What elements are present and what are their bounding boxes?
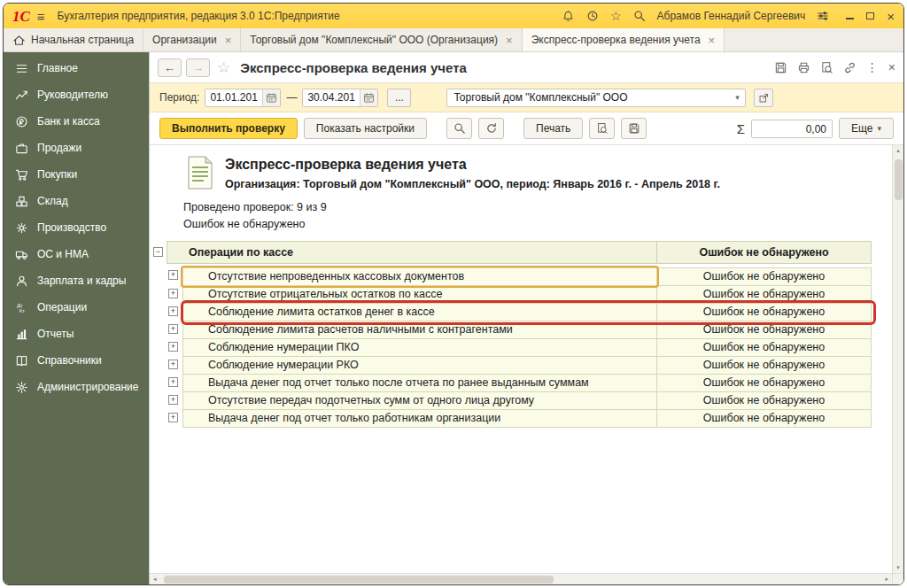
sidebar-item[interactable]: Банк и касса — [4, 108, 149, 135]
notifications-bell-icon[interactable] — [562, 10, 575, 22]
collapse-icon[interactable]: − — [153, 247, 163, 257]
tab-close-icon[interactable]: × — [709, 34, 716, 47]
tab[interactable]: Начальная страница — [4, 28, 143, 51]
table-row[interactable]: +Выдача денег под отчет только после отч… — [151, 375, 892, 392]
tab-close-icon[interactable]: × — [225, 34, 232, 47]
check-name[interactable]: Соблюдение лимита остатков денег в кассе — [182, 304, 657, 321]
action-toolbar: Выполнить проверку Показать настройки Пе… — [150, 112, 903, 145]
sidebar-item[interactable]: Главное — [4, 55, 149, 81]
sidebar-item[interactable]: Покупки — [4, 161, 149, 188]
check-name[interactable]: Отсутствие непроведенных кассовых докуме… — [182, 267, 657, 286]
table-row[interactable]: +Выдача денег под отчет только работника… — [151, 410, 892, 428]
table-row[interactable]: +Соблюдение нумерации ПКООшибок не обнар… — [151, 339, 892, 357]
calendar-icon[interactable] — [262, 89, 280, 106]
table-row[interactable]: +Отсутствие отрицательных остатков по ка… — [151, 286, 892, 304]
expand-icon[interactable]: + — [168, 413, 178, 422]
sidebar-item[interactable]: ДтКтОперации — [4, 294, 149, 321]
form-close-icon[interactable]: × — [888, 61, 895, 74]
check-name[interactable]: Соблюдение нумерации РКО — [182, 357, 657, 375]
print-button[interactable]: Печать — [523, 118, 583, 139]
table-row[interactable]: +Отсутствие передач подотчетных сумм от … — [151, 392, 892, 410]
table-row[interactable]: +Отсутствие непроведенных кассовых докум… — [151, 267, 892, 286]
date-to-input[interactable] — [303, 89, 360, 106]
table-row[interactable]: +Соблюдение лимита расчетов наличными с … — [151, 321, 892, 339]
check-name[interactable]: Выдача денег под отчет только работникам… — [182, 410, 657, 428]
horizontal-scrollbar-thumb[interactable] — [164, 576, 554, 584]
scroll-up-icon[interactable]: ▴ — [893, 147, 903, 154]
favorite-toggle-star-icon[interactable]: ☆ — [217, 60, 230, 75]
find-button[interactable] — [446, 118, 472, 139]
get-link-icon[interactable] — [843, 61, 857, 74]
sidebar-item[interactable]: Справочники — [4, 347, 149, 374]
bank-icon — [14, 115, 29, 128]
expand-icon[interactable]: + — [168, 324, 178, 334]
vertical-scrollbar[interactable]: ▴ ▾ — [892, 145, 903, 573]
print-icon[interactable] — [797, 61, 810, 74]
tab-label: Экспресс-проверка ведения учета — [531, 34, 701, 46]
service-menu-icon[interactable] — [817, 10, 829, 22]
expand-icon[interactable]: + — [168, 270, 178, 280]
check-name[interactable]: Выдача денег под отчет только после отче… — [182, 375, 657, 392]
organization-open-icon[interactable] — [754, 89, 773, 107]
organization-combo[interactable]: Торговый дом "Комплексный" ООО ▾ — [446, 89, 746, 107]
back-button[interactable]: ← — [158, 58, 182, 77]
sidebar-item[interactable]: Склад — [4, 188, 149, 214]
period-options-button[interactable]: ... — [387, 89, 411, 107]
check-name[interactable]: Соблюдение нумерации ПКО — [182, 339, 657, 357]
run-check-button[interactable]: Выполнить проверку — [159, 118, 298, 139]
check-name[interactable]: Соблюдение лимита расчетов наличными с к… — [182, 321, 657, 339]
table-row[interactable]: +Соблюдение нумерации РКООшибок не обнар… — [151, 357, 892, 375]
history-icon[interactable] — [586, 10, 599, 22]
current-user[interactable]: Абрамов Геннадий Сергеевич — [657, 10, 806, 22]
sidebar-item[interactable]: ОС и НМА — [4, 241, 149, 267]
table-row[interactable]: +Соблюдение лимита остатков денег в касс… — [151, 304, 892, 321]
tab-close-icon[interactable]: × — [506, 34, 513, 47]
book-icon — [14, 354, 29, 368]
sidebar-item[interactable]: Производство — [4, 214, 149, 241]
report-area: Экспресс-проверка ведения учета Организа… — [150, 145, 903, 584]
show-settings-button[interactable]: Показать настройки — [304, 118, 427, 139]
sidebar-item[interactable]: Руководителю — [4, 81, 149, 108]
check-name[interactable]: Отсутствие передач подотчетных сумм от о… — [182, 392, 657, 410]
calendar-icon[interactable] — [360, 89, 377, 106]
tab[interactable]: Торговый дом "Комплексный" ООО (Организа… — [241, 28, 522, 51]
sidebar-item[interactable]: Продажи — [4, 135, 149, 161]
main-menu-icon[interactable]: ≡ — [37, 9, 45, 24]
check-name[interactable]: Отсутствие отрицательных остатков по кас… — [182, 286, 657, 304]
print-preview-button[interactable] — [589, 118, 615, 139]
date-from-input[interactable] — [205, 89, 262, 106]
cart-icon — [14, 168, 29, 182]
maximize-button[interactable] — [866, 12, 874, 19]
save-report-button[interactable] — [621, 118, 647, 139]
preview-icon[interactable] — [820, 61, 833, 74]
sidebar-item[interactable]: Зарплата и кадры — [4, 267, 149, 294]
tab[interactable]: Организации× — [143, 28, 241, 51]
expand-icon[interactable]: + — [168, 306, 178, 316]
sum-input[interactable] — [752, 120, 832, 137]
chevron-down-icon[interactable]: ▾ — [729, 93, 745, 102]
scroll-left-icon[interactable]: ◂ — [153, 576, 157, 583]
expand-icon[interactable]: + — [168, 377, 178, 387]
favorites-star-icon[interactable]: ☆ — [610, 10, 622, 22]
window-close-button[interactable]: × — [887, 10, 895, 23]
expand-icon[interactable]: + — [168, 289, 178, 298]
minimize-button[interactable] — [846, 12, 854, 19]
vertical-scrollbar-thumb[interactable] — [895, 159, 903, 200]
sidebar-item[interactable]: Отчеты — [4, 321, 149, 347]
expand-icon[interactable]: + — [168, 360, 178, 369]
scroll-down-icon[interactable]: ▾ — [893, 564, 903, 571]
scroll-right-icon[interactable]: ▸ — [885, 576, 888, 583]
sidebar-item[interactable]: Администрирование — [4, 374, 149, 400]
table-group-header[interactable]: − Операции по кассе Ошибок не обнаружено — [151, 241, 892, 264]
expand-icon[interactable]: + — [168, 342, 178, 352]
tab[interactable]: Экспресс-проверка ведения учета× — [523, 28, 725, 51]
refresh-button[interactable] — [478, 118, 504, 139]
more-menu-icon[interactable]: ⋮ — [866, 61, 879, 74]
more-button[interactable]: Еще ▾ — [839, 118, 894, 139]
expand-icon[interactable]: + — [168, 395, 178, 405]
save-icon[interactable] — [774, 61, 787, 74]
search-icon[interactable] — [633, 10, 646, 22]
forward-button[interactable]: → — [186, 58, 210, 77]
sidebar-item-label: Производство — [37, 221, 106, 234]
horizontal-scrollbar[interactable]: ◂ ▸ — [150, 573, 892, 584]
